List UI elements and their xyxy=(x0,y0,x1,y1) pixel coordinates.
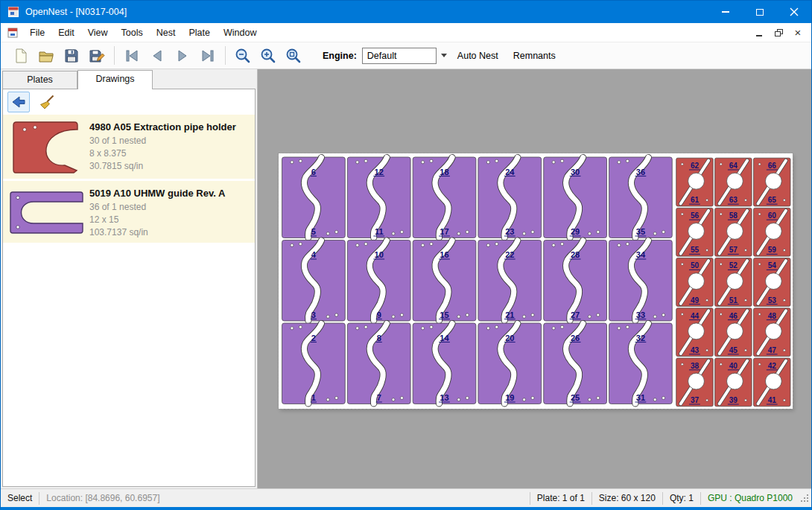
zoom-in-icon xyxy=(259,47,277,65)
nested-pair-purple[interactable]: 3635 xyxy=(609,157,673,238)
nested-pair-red[interactable]: 4443 xyxy=(676,308,714,357)
nested-pair-red[interactable]: 5655 xyxy=(676,208,714,256)
uhmw-guide-thumbnail xyxy=(6,185,85,239)
nested-pair-red[interactable]: 6261 xyxy=(676,158,714,206)
nest-canvas[interactable]: 6512111817242330293635431091615222128273… xyxy=(258,69,811,488)
nest-layout: 6512111817242330293635431091615222128273… xyxy=(279,153,793,409)
mdi-restore-button[interactable] xyxy=(771,26,786,39)
menu-nest[interactable]: Nest xyxy=(150,24,183,42)
new-file-button[interactable] xyxy=(8,45,34,67)
drawing-detail: 103.7137 sq/in xyxy=(89,226,225,239)
nested-pair-purple[interactable]: 1211 xyxy=(347,157,410,238)
part-number: 13 xyxy=(440,393,448,402)
part-number: 41 xyxy=(768,396,777,404)
mdi-close-button[interactable]: × xyxy=(790,26,805,39)
menu-view[interactable]: View xyxy=(81,24,115,42)
zoom-fit-icon xyxy=(285,47,302,65)
resize-grip[interactable] xyxy=(799,491,810,505)
nested-pair-purple[interactable]: 1615 xyxy=(413,240,476,322)
first-plate-button[interactable] xyxy=(119,45,145,67)
last-plate-button[interactable] xyxy=(195,45,221,67)
maximize-button[interactable] xyxy=(743,1,777,23)
nested-pair-red[interactable]: 6463 xyxy=(715,158,752,206)
nested-pair-purple[interactable]: 21 xyxy=(282,323,346,404)
menu-file[interactable]: File xyxy=(23,24,51,42)
drawing-item[interactable]: 4980 A05 Extraction pipe holder30 of 1 n… xyxy=(3,115,255,179)
nested-pair-red[interactable]: 5453 xyxy=(754,258,791,307)
part-number: 54 xyxy=(768,261,777,270)
nested-pair-purple[interactable]: 65 xyxy=(282,157,346,238)
clear-drawings-button[interactable] xyxy=(36,92,58,112)
part-number: 12 xyxy=(375,168,384,176)
part-number: 17 xyxy=(440,227,448,236)
part-number: 47 xyxy=(768,346,777,354)
nested-pair-purple[interactable]: 2423 xyxy=(478,157,542,238)
nested-pair-purple[interactable]: 87 xyxy=(347,323,410,404)
zoom-in-button[interactable] xyxy=(256,45,281,67)
drawing-title: 4980 A05 Extraction pipe holder xyxy=(89,121,236,133)
zoom-fit-button[interactable] xyxy=(281,45,306,67)
drawing-info: 5019 A10 UHMW guide Rev. A36 of 1 nested… xyxy=(85,185,225,239)
nested-pair-red[interactable]: 5251 xyxy=(715,258,752,307)
nested-pair-red[interactable]: 3837 xyxy=(676,358,714,407)
part-number: 1 xyxy=(311,393,316,402)
menu-edit[interactable]: Edit xyxy=(51,24,81,42)
close-button[interactable] xyxy=(777,1,811,23)
part-number: 55 xyxy=(691,246,700,254)
nested-pair-purple[interactable]: 2827 xyxy=(544,240,607,322)
import-drawing-button[interactable] xyxy=(7,92,30,112)
app-icon xyxy=(7,6,19,18)
nested-pair-red[interactable]: 6665 xyxy=(754,158,791,206)
menu-window[interactable]: Window xyxy=(217,24,263,42)
nested-pair-purple[interactable]: 3433 xyxy=(609,240,673,322)
nested-pair-red[interactable]: 4645 xyxy=(715,308,752,357)
nested-pair-red[interactable]: 5049 xyxy=(676,258,714,307)
part-number: 18 xyxy=(440,168,448,176)
part-number: 14 xyxy=(440,334,449,342)
nested-pair-red[interactable]: 6059 xyxy=(754,208,791,256)
tab-drawings[interactable]: Drawings xyxy=(77,70,153,89)
tab-plates[interactable]: Plates xyxy=(2,71,77,89)
tab-strip: Plates Drawings xyxy=(1,69,257,89)
part-number: 29 xyxy=(571,227,580,236)
nested-pair-purple[interactable]: 109 xyxy=(347,240,410,322)
remnants-button[interactable]: Remnants xyxy=(506,45,563,66)
part-number: 46 xyxy=(729,312,738,320)
window-title: OpenNest - [N0317-004] xyxy=(25,7,127,17)
nested-pair-purple[interactable]: 3231 xyxy=(609,323,673,404)
open-file-button[interactable] xyxy=(34,45,59,67)
nested-pair-red[interactable]: 4039 xyxy=(715,358,752,407)
part-number: 24 xyxy=(505,168,515,176)
auto-nest-button[interactable]: Auto Nest xyxy=(450,45,506,66)
engine-dropdown-arrow[interactable] xyxy=(438,48,450,63)
nested-pair-purple[interactable]: 43 xyxy=(282,240,346,322)
nested-pair-purple[interactable]: 2625 xyxy=(544,323,607,404)
minimize-button[interactable] xyxy=(708,1,743,23)
nested-pair-purple[interactable]: 3029 xyxy=(544,157,607,238)
part-number: 34 xyxy=(636,250,646,259)
nested-pair-red[interactable]: 4847 xyxy=(754,308,791,357)
part-number: 15 xyxy=(440,310,448,319)
previous-plate-button[interactable] xyxy=(145,45,170,67)
drawing-item[interactable]: 5019 A10 UHMW guide Rev. A36 of 1 nested… xyxy=(3,181,255,243)
part-number: 5 xyxy=(311,227,316,236)
nested-pair-purple[interactable]: 2221 xyxy=(478,240,542,322)
nested-pair-purple[interactable]: 1413 xyxy=(413,323,476,404)
nested-pair-purple[interactable]: 1817 xyxy=(413,157,476,238)
nested-pair-red[interactable]: 5857 xyxy=(715,208,752,256)
save-as-button[interactable] xyxy=(84,45,110,67)
save-button[interactable] xyxy=(59,45,84,67)
part-number: 49 xyxy=(691,296,700,305)
menu-plate[interactable]: Plate xyxy=(182,24,217,42)
drawing-detail: 36 of 1 nested xyxy=(89,201,225,214)
next-plate-button[interactable] xyxy=(170,45,195,67)
engine-select[interactable]: Default xyxy=(362,48,437,64)
menu-tools[interactable]: Tools xyxy=(115,24,150,42)
nested-pair-purple[interactable]: 2019 xyxy=(478,323,542,404)
zoom-out-button[interactable] xyxy=(230,45,256,67)
part-number: 61 xyxy=(691,196,700,204)
mdi-minimize-button[interactable] xyxy=(752,26,767,39)
status-plate: Plate: 1 of 1 xyxy=(530,493,591,503)
nested-pair-red[interactable]: 4241 xyxy=(754,358,791,407)
plate[interactable]: 6512111817242330293635431091615222128273… xyxy=(279,153,793,409)
